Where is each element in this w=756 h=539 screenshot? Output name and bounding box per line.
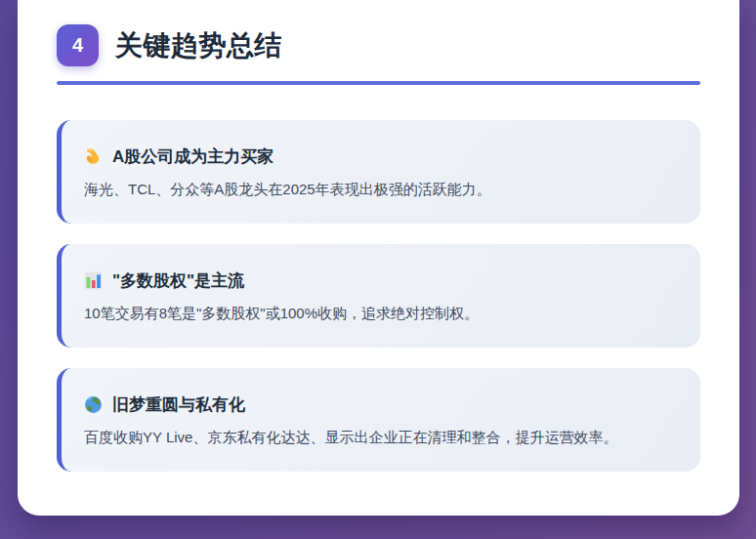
card-title-row: 旧梦重圆与私有化 [84, 394, 677, 416]
section-header: 4 关键趋势总结 [57, 24, 700, 66]
section-title: 关键趋势总结 [115, 27, 282, 64]
trend-card-a-share-buyers: A股公司成为主力买家 海光、TCL、分众等A股龙头在2025年表现出极强的活跃能… [57, 120, 700, 224]
card-title-row: A股公司成为主力买家 [84, 145, 677, 168]
card-body: 海光、TCL、分众等A股龙头在2025年表现出极强的活跃能力。 [84, 180, 677, 199]
muscle-icon [84, 147, 103, 166]
card-title-row: "多数股权"是主流 [84, 270, 677, 292]
content-sheet: 4 关键趋势总结 A股公司成为主力买家 海光、TCL、分众等A股龙头在2025年 [18, 0, 739, 516]
trend-card-privatization: 旧梦重圆与私有化 百度收购YY Live、京东私有化达达、显示出企业正在清理和整… [57, 368, 700, 472]
card-title: A股公司成为主力买家 [112, 145, 273, 168]
card-title: 旧梦重圆与私有化 [112, 394, 245, 416]
card-body: 百度收购YY Live、京东私有化达达、显示出企业正在清理和整合，提升运营效率。 [84, 428, 677, 447]
section-content: 4 关键趋势总结 A股公司成为主力买家 海光、TCL、分众等A股龙头在2025年 [18, 0, 739, 472]
trend-cards: A股公司成为主力买家 海光、TCL、分众等A股龙头在2025年表现出极强的活跃能… [57, 120, 700, 472]
card-title: "多数股权"是主流 [112, 270, 244, 292]
trend-card-majority-stake: "多数股权"是主流 10笔交易有8笔是"多数股权"或100%收购，追求绝对控制权… [57, 244, 700, 348]
section-divider [57, 81, 700, 85]
globe-icon [84, 395, 103, 414]
bar-chart-icon [84, 271, 103, 290]
section-number-badge: 4 [57, 24, 99, 66]
card-body: 10笔交易有8笔是"多数股权"或100%收购，追求绝对控制权。 [84, 304, 677, 323]
